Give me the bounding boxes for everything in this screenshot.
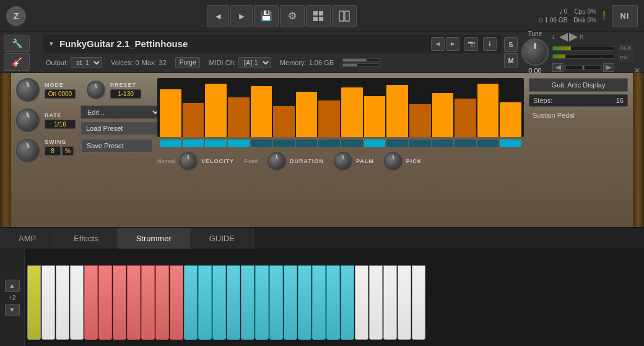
edit-dropdown[interactable]: Edit... [80,105,161,119]
white-key-a4[interactable] [198,265,212,340]
output-dropdown[interactable]: st. 1 [71,57,102,68]
velocity-knob[interactable] [179,152,198,171]
pan-slider[interactable] [565,65,601,70]
palm-knob[interactable] [334,152,352,171]
white-key-f3[interactable] [70,265,84,340]
save-button[interactable]: 💾 [254,5,279,27]
white-key-c6[interactable] [326,265,340,340]
seq-bar-3[interactable] [205,84,227,137]
camera-button[interactable]: 📷 [464,37,478,51]
load-preset-button[interactable]: Load Preset [80,122,161,135]
white-key-b4[interactable] [212,265,226,340]
seq-bar-4[interactable] [228,97,250,137]
seq-bar-16[interactable] [500,102,521,137]
seq-bar-12[interactable] [409,104,431,137]
save-preset-button[interactable]: Save Preset [81,139,152,153]
white-key-e4[interactable] [155,265,169,340]
seq-light-10[interactable] [364,140,386,147]
preset-knob[interactable] [87,81,105,99]
white-key-c3[interactable] [27,265,41,340]
seq-light-5[interactable] [251,140,272,147]
white-key-b6[interactable] [412,265,425,340]
seq-bar-10[interactable] [364,96,386,137]
seq-light-15[interactable] [477,140,499,147]
swing-knob[interactable] [16,139,40,162]
seq-bar-9[interactable] [341,87,363,137]
mode-knob[interactable] [16,78,40,102]
mute-button[interactable]: M [504,53,518,68]
tune-knob[interactable] [521,38,549,66]
white-key-g5[interactable] [284,265,297,340]
seq-light-1[interactable] [160,140,181,147]
white-key-d3[interactable] [41,265,55,340]
purge-button[interactable]: Purge [175,57,201,68]
settings-button[interactable]: ⚙ [280,5,305,27]
info-button[interactable]: ℹ [483,37,497,51]
seq-bar-2[interactable] [183,103,204,137]
white-key-a5[interactable] [298,265,311,340]
white-key-g6[interactable] [383,265,397,340]
seq-bar-15[interactable] [477,84,499,137]
keyboard-up-button[interactable]: ▲ [5,280,20,292]
seq-light-12[interactable] [409,140,431,147]
dual-screen-button[interactable] [332,5,357,27]
guitar-icon-button[interactable]: 🎸 [4,53,30,71]
inst-next-button[interactable]: ► [446,37,459,51]
white-key-d5[interactable] [241,265,255,340]
white-key-f6[interactable] [369,265,383,340]
seq-light-2[interactable] [183,140,204,147]
logo-icon[interactable]: Z [6,6,26,26]
pan-minus-button[interactable] [552,63,564,72]
seq-light-11[interactable] [386,140,408,147]
white-key-e3[interactable] [56,265,69,340]
nav-prev-button[interactable]: ◄ [207,5,229,27]
tab-amp[interactable]: AMP [0,228,55,249]
seq-light-8[interactable] [318,140,340,147]
white-key-g3[interactable] [84,265,98,340]
seq-bar-7[interactable] [296,92,318,137]
inst-prev-button[interactable]: ◄ [431,37,445,51]
seq-light-6[interactable] [273,140,295,147]
warning-icon[interactable]: ! [603,9,606,22]
pick-knob[interactable] [384,152,402,171]
tab-effects[interactable]: Effects [55,228,118,249]
white-key-f5[interactable] [269,265,283,340]
seq-light-13[interactable] [432,140,454,147]
white-key-c4[interactable] [127,265,141,340]
white-key-e6[interactable] [355,265,368,340]
white-key-d4[interactable] [141,265,155,340]
rate-knob[interactable] [16,109,40,132]
white-key-e5[interactable] [255,265,269,340]
artic-display-button[interactable]: Guit. Artic Display [529,78,628,92]
seq-bar-1[interactable] [160,89,181,137]
white-key-d6[interactable] [341,265,354,340]
seq-bar-5[interactable] [251,86,272,137]
white-key-g4[interactable] [184,265,198,340]
layout-button[interactable] [306,5,331,27]
solo-button[interactable]: S [504,37,518,52]
seq-light-16[interactable] [500,140,521,147]
seq-light-4[interactable] [228,140,250,147]
tab-strummer[interactable]: Strummer [118,228,191,249]
seq-light-7[interactable] [296,140,318,147]
seq-light-3[interactable] [205,140,227,147]
seq-bar-8[interactable] [318,100,340,137]
white-key-b3[interactable] [113,265,126,340]
pan-plus-button[interactable] [603,63,614,72]
duration-knob[interactable] [268,152,286,171]
expand-arrow[interactable]: ▼ [48,40,54,47]
seq-light-14[interactable] [455,140,476,147]
nav-next-button[interactable]: ► [230,5,253,27]
seq-bar-6[interactable] [273,106,295,137]
midi-dropdown[interactable]: [A] 1 [238,57,271,68]
wrench-icon-button[interactable]: 🔧 [4,35,30,52]
white-key-b5[interactable] [312,265,326,340]
keyboard-down-button[interactable]: ▼ [5,304,20,316]
seq-bar-11[interactable] [386,85,408,137]
white-key-a3[interactable] [98,265,112,340]
white-key-f4[interactable] [170,265,183,340]
tab-guide[interactable]: GUIDE [191,228,254,249]
white-key-a6[interactable] [398,265,411,340]
white-key-c5[interactable] [227,265,240,340]
seq-bar-14[interactable] [455,99,476,137]
